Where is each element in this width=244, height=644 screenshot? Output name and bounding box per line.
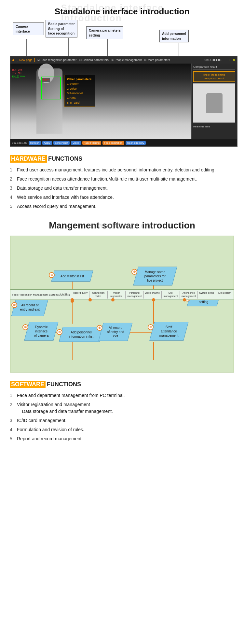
- cam-btn-newpage[interactable]: New page: [17, 58, 35, 62]
- diagram-area: All record ofentry and exit ① Dynamicint…: [10, 236, 234, 373]
- cam-side-image: [193, 83, 235, 123]
- hw-list: 1 Fixed user access management, features…: [10, 167, 234, 210]
- cam-side-face-placeholder: [206, 93, 223, 113]
- sw-bar: Face Recognition Management System (志翔通®…: [10, 289, 234, 300]
- hw-num-5: 5: [10, 203, 17, 210]
- circle-2: ②: [22, 324, 28, 330]
- circle-5: ⑤: [97, 325, 102, 331]
- sw-text-4: Formulation and revision of rules.: [17, 426, 84, 433]
- hw-num-4: 4: [10, 194, 17, 201]
- hw-text-5: Access record query and management.: [17, 203, 96, 210]
- dot-5: [152, 298, 155, 301]
- section1: Standalone interface introduction Standa…: [0, 0, 244, 150]
- shape-all-record-bottom: All recordof entry andexit: [98, 323, 132, 341]
- hw-text-2: Face recognition access attendance funct…: [17, 176, 197, 183]
- sw-item-2: 2 Visitor registration and management Da…: [10, 401, 234, 415]
- cam-side-panel: Comparison result check the real timecom…: [191, 64, 237, 139]
- hw-item-2: 2 Face recognition access attendance fun…: [10, 176, 234, 183]
- cam-btn-video[interactable]: Video: [71, 141, 81, 145]
- sw-tab-record-query[interactable]: Record query: [72, 291, 89, 299]
- callout-lines: [10, 20, 237, 56]
- sw-bar-title: Face Recognition Management System (志翔通®…: [10, 293, 72, 297]
- circle-4: ④: [57, 329, 62, 335]
- hw-item-4: 4 Web service and interface with face at…: [10, 194, 234, 201]
- sw-tab-video[interactable]: Video channel: [143, 291, 162, 299]
- sw-item-5: 5 Report and record management.: [10, 435, 234, 442]
- sw-bar-tabs: Record query Connectionvideo Visitorregi…: [72, 291, 234, 299]
- shape-add-visitor: Add visitor in list: [51, 271, 93, 282]
- cam-window-controls[interactable]: ─ □ ✕: [225, 58, 235, 62]
- hw-section: HARDWARE FUNCTIONS 1 Fixed user access m…: [0, 150, 244, 217]
- sw-tab-attendance[interactable]: Attendancemanagement: [180, 291, 198, 299]
- circle-1: ①: [11, 302, 17, 308]
- sw-list: 1 Face and department management from PC…: [10, 392, 234, 442]
- sw-title-rest: FUNCTIONS: [47, 381, 81, 388]
- dot-3: [88, 298, 92, 301]
- sw-tab-visitor[interactable]: Visitorregistration: [107, 291, 126, 299]
- dot-6: [183, 298, 186, 301]
- shape-dynamic-camera: Dynamicinterfaceof camera: [24, 322, 59, 341]
- circle-7: ⑦: [148, 324, 154, 330]
- sw-tab-personnel[interactable]: Personnelmanagement: [125, 291, 143, 299]
- cam-btn-screenshot[interactable]: Screenshot: [53, 141, 70, 145]
- circle-3: ③: [49, 272, 55, 278]
- section2-title-wrap: TGW TECHNOLOGY Mangement software introd…: [10, 220, 234, 231]
- sw-text-5: Report and record management.: [17, 435, 83, 442]
- cam-tab-camera-params[interactable]: ☑ Camera parameters: [79, 58, 109, 62]
- cam-toolbar: ● New page ☑ Face recognition parameter …: [10, 56, 237, 64]
- dot-2: [71, 300, 74, 303]
- sw-text-3: IC/ID card management.: [17, 417, 67, 424]
- sw-section: SOFTWARE FUNCTIONS 1 Face and department…: [0, 376, 244, 451]
- sw-title: SOFTWARE FUNCTIONS: [10, 381, 234, 388]
- sw-text-1: Face and department management from PC t…: [17, 392, 125, 399]
- cam-tab-people[interactable]: ⊕ People management: [111, 58, 142, 62]
- cam-tab-more[interactable]: ⊕ More parameters: [144, 58, 170, 62]
- sw-title-highlight: SOFTWARE: [10, 381, 46, 388]
- cam-btn-face-filtering[interactable]: Face Filtering: [82, 141, 101, 145]
- cam-content: 姓名: 访客 工号: 001 相似度: 95% 识别中 Other parame…: [10, 64, 237, 139]
- section1-title: Standalone interface introduction: [10, 7, 234, 17]
- sw-num-5: 5: [10, 435, 17, 442]
- sw-tab-system[interactable]: System setup: [197, 291, 216, 299]
- cam-btn-open-dir[interactable]: Open directory: [126, 141, 146, 145]
- hw-item-1: 1 Fixed user access management, features…: [10, 167, 234, 173]
- hw-item-5: 5 Access record query and management.: [10, 203, 234, 210]
- hw-title: HARDWARE FUNCTIONS: [10, 155, 234, 163]
- hw-title-highlight: HARDWARE: [10, 155, 47, 163]
- circle-6: ⑥: [131, 269, 137, 275]
- sw-tab-site[interactable]: Sitemanagement: [161, 291, 180, 299]
- cam-status-dots: ●: [12, 58, 14, 62]
- hw-text-1: Fixed user access management, features i…: [17, 167, 216, 173]
- sw-num-3: 3: [10, 417, 17, 424]
- cam-info-overlay: 姓名: 访客 工号: 001 相似度: 95%: [12, 68, 25, 78]
- hw-text-3: Data storage and data transfer managemen…: [17, 185, 108, 192]
- cam-tab-face-recog[interactable]: ☑ Face recognition parameter: [37, 58, 77, 62]
- cam-main-view: 姓名: 访客 工号: 001 相似度: 95% 识别中 Other parame…: [10, 64, 191, 139]
- cam-bottom-bar: 192.168.1.88 Refresh Apply Screenshot Vi…: [10, 139, 237, 146]
- cam-btn-face-calib[interactable]: Face calibration: [102, 141, 124, 145]
- cam-side-title: Comparison result: [193, 65, 235, 70]
- hw-num-1: 1: [10, 167, 17, 173]
- sw-num-2: 2: [10, 401, 17, 408]
- sw-item-4: 4 Formulation and revision of rules.: [10, 426, 234, 433]
- shape-manage-params: Manage someparameters forlive project: [133, 267, 177, 285]
- cam-params-overlay: Other parameters: 1.System 2.Voice 3.Per…: [64, 75, 95, 107]
- sw-num-4: 4: [10, 426, 17, 433]
- sw-item-1: 1 Face and department management from PC…: [10, 392, 234, 399]
- dot-4: [111, 298, 115, 301]
- sw-item-3: 3 IC/ID card management.: [10, 417, 234, 424]
- cam-ip-display: 192.168.1.88: [204, 58, 222, 62]
- cam-side-comparison-box: check the real timecomparison result: [193, 71, 235, 82]
- shape-staff-attendance: Staffattendancemanagement: [149, 322, 189, 341]
- sw-num-1: 1: [10, 392, 17, 399]
- cam-face-box: 识别中: [41, 77, 61, 99]
- sw-tab-connection[interactable]: Connectionvideo: [89, 291, 107, 299]
- hw-item-3: 3 Data storage and data transfer managem…: [10, 185, 234, 192]
- cam-btn-apply[interactable]: Apply: [42, 141, 52, 145]
- cam-btn-refresh[interactable]: Refresh: [29, 141, 41, 145]
- sw-tab-exit[interactable]: Exit System: [216, 291, 234, 299]
- hw-title-rest: FUNCTIONS: [48, 155, 82, 162]
- shape-all-record-top: All record ofentry and exit: [11, 298, 49, 316]
- section2-title: Mangement software introduction: [10, 220, 234, 231]
- hw-num-3: 3: [10, 185, 17, 192]
